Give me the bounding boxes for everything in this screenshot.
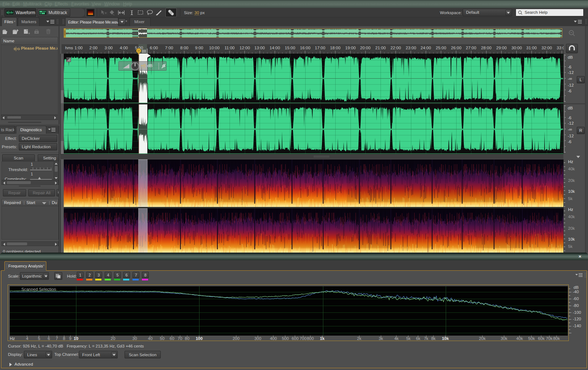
svg-text:Scanned Selection: Scanned Selection	[21, 287, 56, 291]
